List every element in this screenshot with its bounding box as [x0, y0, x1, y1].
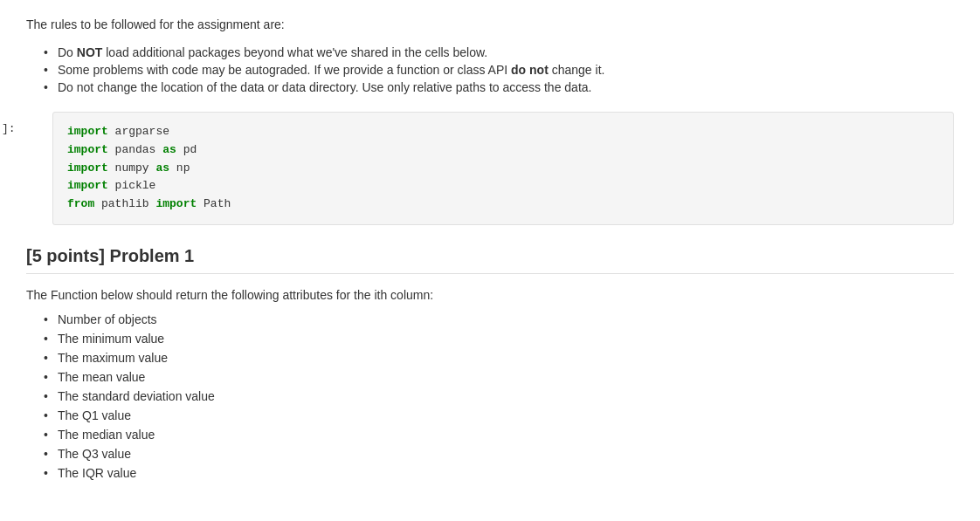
- keyword-import-1: import: [67, 125, 108, 138]
- keyword-import-4: import: [67, 179, 108, 192]
- rule-1-pre: Do: [58, 45, 77, 59]
- list-item: Number of objects: [44, 312, 954, 326]
- rule-2-bold: do not: [511, 63, 549, 77]
- code-line-4: import pickle: [67, 177, 939, 195]
- rule-item-1: Do NOT load additional packages beyond w…: [44, 45, 954, 59]
- list-item: The maximum value: [44, 351, 954, 365]
- list-item: The minimum value: [44, 332, 954, 346]
- rules-list: Do NOT load additional packages beyond w…: [26, 45, 954, 94]
- code-rest-3a: numpy: [108, 161, 156, 175]
- intro-text: The rules to be followed for the assignm…: [26, 17, 954, 31]
- attribute-text: The standard deviation value: [58, 389, 215, 403]
- rule-item-3: Do not change the location of the data o…: [44, 80, 954, 94]
- code-line-5: from pathlib import Path: [67, 195, 939, 214]
- rule-2-pre: Some problems with code may be autograde…: [58, 63, 511, 77]
- code-line-1: import argparse: [67, 123, 939, 141]
- attribute-text: The Q3 value: [58, 447, 131, 461]
- code-rest-3b: np: [169, 161, 190, 175]
- keyword-from-5: from: [67, 197, 94, 210]
- rule-1-bold: NOT: [77, 45, 103, 59]
- attributes-list: Number of objects The minimum value The …: [26, 312, 954, 480]
- problem-title: [5 points] Problem 1: [26, 246, 954, 274]
- code-rest-2b: pd: [176, 143, 197, 156]
- code-rest-5b: Path: [197, 197, 231, 210]
- keyword-import-2: import: [67, 143, 108, 156]
- code-rest-4: pickle: [108, 179, 156, 192]
- rule-2-post: change it.: [549, 63, 605, 77]
- code-line-3: import numpy as np: [67, 160, 939, 178]
- attribute-text: The maximum value: [58, 351, 168, 365]
- keyword-as-2: as: [162, 143, 176, 156]
- list-item: The Q3 value: [44, 447, 954, 461]
- list-item: The mean value: [44, 370, 954, 384]
- attribute-text: Number of objects: [58, 312, 157, 326]
- keyword-import-3: import: [67, 161, 108, 175]
- cell-label: ]:: [2, 122, 16, 135]
- code-rest-5a: pathlib: [94, 197, 155, 210]
- attribute-text: The minimum value: [58, 332, 164, 346]
- code-line-2: import pandas as pd: [67, 141, 939, 160]
- function-description: The Function below should return the fol…: [26, 288, 954, 302]
- attribute-text: The Q1 value: [58, 408, 131, 422]
- attribute-text: The mean value: [58, 370, 145, 384]
- list-item: The Q1 value: [44, 408, 954, 422]
- code-rest-2a: pandas: [108, 143, 162, 156]
- attribute-text: The IQR value: [58, 466, 136, 480]
- rule-1-post: load additional packages beyond what we'…: [102, 45, 487, 59]
- attribute-text: The median value: [58, 428, 155, 442]
- code-cell[interactable]: import argparse import pandas as pd impo…: [52, 112, 954, 225]
- list-item: The standard deviation value: [44, 389, 954, 403]
- code-cell-wrapper: ]: import argparse import pandas as pd i…: [26, 112, 954, 225]
- keyword-import-5: import: [155, 197, 197, 210]
- list-item: The IQR value: [44, 466, 954, 480]
- rule-3-text: Do not change the location of the data o…: [58, 80, 591, 94]
- keyword-as-3: as: [155, 161, 169, 175]
- rule-item-2: Some problems with code may be autograde…: [44, 63, 954, 77]
- list-item: The median value: [44, 428, 954, 442]
- code-rest-1: argparse: [108, 125, 169, 138]
